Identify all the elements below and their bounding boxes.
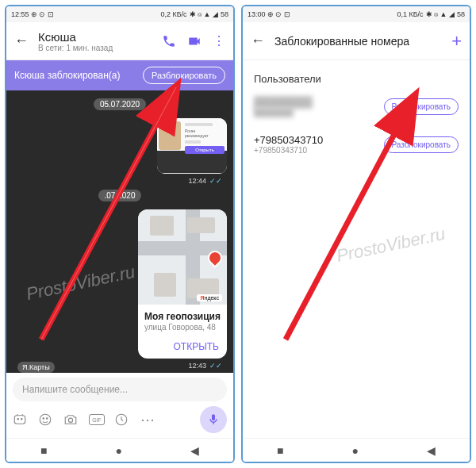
location-address: улица Говорова, 48: [144, 323, 221, 332]
page-title: Заблокированные номера: [274, 35, 442, 48]
read-check-icon: ✓✓: [209, 177, 222, 185]
video-call-icon[interactable]: [187, 34, 202, 48]
section-label-users: Пользователи: [254, 73, 459, 85]
message-time: 12:44: [188, 177, 206, 185]
status-speed: 0,2 КБ/с: [160, 10, 186, 18]
chat-contact-status: В сети: 1 мин. назад: [38, 44, 152, 52]
message-time: 12:43: [188, 362, 206, 373]
message-screenshot[interactable]: Роган рекомендует Открыть: [157, 118, 227, 174]
back-arrow-icon[interactable]: ←: [251, 33, 265, 49]
voice-call-icon[interactable]: [162, 34, 176, 48]
watermark: ProstoViber.ru: [25, 262, 137, 305]
status-bar: 13:00 ⊕ ⊙ ⊡ 0,1 КБ/с ✱ ⌾ ▲ ◢ 58: [243, 6, 470, 22]
status-bar: 12:55 ⊕ ⊙ ⊡ 0,2 КБ/с ✱ ⌾ ▲ ◢ 58: [6, 6, 233, 22]
unblock-button[interactable]: Разблокировать: [143, 67, 225, 84]
mic-button[interactable]: [200, 406, 227, 433]
blocked-list-body[interactable]: Пользователи ████████ ███████ Разблокиро…: [243, 60, 470, 438]
watermark: ProstoViber.ru: [334, 224, 447, 267]
svg-rect-0: [14, 416, 25, 424]
blocked-user-item: ████████ ███████ Разблокировать: [254, 96, 459, 117]
svg-point-5: [47, 418, 48, 420]
settings-header: ← Заблокированные номера +: [243, 22, 470, 60]
svg-point-3: [40, 414, 51, 425]
nav-home-icon[interactable]: ●: [115, 444, 121, 457]
blocked-banner: Ксюша заблокирован(а) Разблокировать: [6, 60, 233, 90]
unblock-button[interactable]: Разблокировать: [384, 136, 459, 153]
blocked-user-name: ████████: [254, 96, 313, 108]
nav-back-icon[interactable]: ◀: [190, 444, 199, 457]
blocked-user-item: +79850343710 +79850343710 Разблокировать: [254, 134, 459, 155]
more-menu-icon[interactable]: ⋮: [213, 33, 225, 48]
timer-icon[interactable]: [114, 412, 130, 427]
svg-point-4: [43, 418, 44, 420]
message-input[interactable]: Напишите сообщение...: [13, 378, 227, 401]
nav-recent-icon[interactable]: ■: [40, 444, 47, 457]
status-battery: 58: [457, 10, 465, 18]
yandex-maps-tag: Я.Карты: [17, 362, 55, 373]
message-input-bar: Напишите сообщение... GIF ⋯: [6, 373, 233, 438]
date-divider: .07.2020: [98, 190, 142, 201]
svg-point-1: [17, 419, 19, 420]
blocked-user-sub: ███████: [254, 108, 313, 117]
chat-messages-area[interactable]: 05.07.2020 Роган рекомендует Открыть 12:…: [6, 90, 233, 373]
add-number-icon[interactable]: +: [451, 31, 462, 52]
blocked-banner-text: Ксюша заблокирован(а): [14, 70, 120, 81]
message-location[interactable]: Яндекс Моя геопозиция улица Говорова, 48…: [138, 209, 227, 359]
gif-icon[interactable]: GIF: [89, 414, 105, 425]
blocked-user-sub: +79850343710: [254, 146, 323, 155]
chat-header: ← Ксюша В сети: 1 мин. назад ⋮: [6, 22, 233, 60]
nav-home-icon[interactable]: ●: [351, 444, 358, 457]
yandex-logo: Яндекс: [197, 294, 222, 301]
status-time: 13:00: [248, 10, 266, 18]
screenshot-thumbnail: Роган рекомендует Открыть: [157, 118, 227, 174]
blocked-user-name: +79850343710: [254, 134, 323, 146]
chat-contact-name[interactable]: Ксюша: [38, 30, 152, 44]
back-arrow-icon[interactable]: ←: [14, 33, 29, 49]
sticker-icon[interactable]: [13, 412, 29, 427]
read-check-icon: ✓✓: [209, 362, 222, 373]
camera-icon[interactable]: [63, 412, 79, 427]
date-divider: 05.07.2020: [94, 98, 146, 110]
android-nav-bar: ■ ● ◀: [6, 438, 233, 462]
emoji-icon[interactable]: [38, 412, 54, 427]
status-time: 12:55: [11, 10, 29, 18]
svg-point-6: [68, 418, 72, 422]
location-title: Моя геопозиция: [144, 311, 221, 322]
more-tools-icon[interactable]: ⋯: [140, 411, 155, 428]
nav-back-icon[interactable]: ◀: [427, 444, 436, 457]
svg-point-2: [21, 419, 23, 420]
map-thumbnail: Яндекс: [138, 209, 227, 305]
phone-right-settings: 13:00 ⊕ ⊙ ⊡ 0,1 КБ/с ✱ ⌾ ▲ ◢ 58 ← Заблок…: [241, 5, 471, 463]
phone-left-chat: 12:55 ⊕ ⊙ ⊡ 0,2 КБ/с ✱ ⌾ ▲ ◢ 58 ← Ксюша …: [5, 5, 235, 463]
status-battery: 58: [221, 10, 228, 18]
android-nav-bar: ■ ● ◀: [243, 438, 470, 462]
open-location-button[interactable]: ОТКРЫТЬ: [138, 338, 227, 359]
status-speed: 0,1 КБ/с: [397, 10, 423, 18]
unblock-button[interactable]: Разблокировать: [384, 98, 459, 115]
nav-recent-icon[interactable]: ■: [277, 444, 283, 457]
